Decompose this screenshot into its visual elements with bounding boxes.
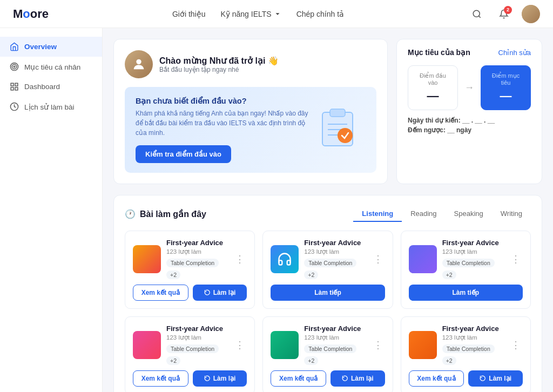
exercise-info-3: First-year Advice 123 lượt làm Table Com… — [442, 239, 503, 279]
exercise-info-2: First-year Advice 123 lượt làm Table Com… — [304, 239, 365, 279]
exercise-title-5: First-year Advice — [304, 325, 365, 333]
tab-reading[interactable]: Reading — [402, 206, 445, 222]
exercise-title-2: First-year Advice — [304, 239, 365, 247]
countdown-label: Đếm ngược: — [408, 126, 446, 134]
svg-point-9 — [136, 59, 141, 64]
btn-redo-5[interactable]: Làm lại — [331, 370, 385, 387]
exercise-tag-5: Table Completion — [304, 344, 356, 353]
countdown-value: __ ngày — [447, 126, 471, 134]
exercise-card-6: First-year Advice 123 lượt làm Table Com… — [401, 316, 531, 392]
btn-view-result-1[interactable]: Xem kết quả — [133, 285, 188, 301]
search-button[interactable] — [468, 5, 486, 23]
score-arrow: → — [464, 82, 474, 93]
exercise-card-3: First-year Advice 123 lượt làm Table Com… — [401, 231, 531, 309]
notification-badge: 2 — [504, 6, 512, 14]
entry-score-box: Điểm đầu vào — — [408, 65, 458, 110]
nav-about[interactable]: Giới thiệu — [172, 10, 206, 18]
exam-date-label: Ngày thi dự kiến: — [408, 117, 461, 124]
exercise-actions-4: Xem kết quả Làm lại — [133, 370, 247, 387]
exercise-title-6: First-year Advice — [442, 325, 503, 333]
exercise-more-5[interactable]: ⋮ — [371, 339, 385, 351]
svg-rect-11 — [330, 109, 345, 117]
exercise-actions-3: Làm tiếp — [409, 285, 523, 301]
exercise-more-2[interactable]: ⋮ — [371, 253, 385, 265]
sidebar-item-goals[interactable]: Mục tiêu cá nhân — [0, 57, 102, 77]
exercise-actions-5: Xem kết quả Làm lại — [271, 370, 385, 387]
logo[interactable]: Moore — [13, 7, 49, 21]
svg-rect-5 — [15, 83, 18, 86]
recent-title: 🕐 Bài làm gần đây — [125, 209, 206, 219]
nav-dictation[interactable]: Chép chính tả — [296, 10, 344, 18]
main-nav: Giới thiệu Kỹ năng IELTS Chép chính tả — [172, 10, 344, 18]
btn-continue-2[interactable]: Làm tiếp — [271, 285, 385, 301]
greeting-main: Chào mừng Như đã trở lại 👋 — [159, 56, 279, 66]
exam-date-value: __ . __ . __ — [462, 117, 495, 124]
exercise-thumb-6 — [409, 331, 437, 359]
notification-button[interactable]: 2 — [495, 5, 513, 23]
tab-speaking[interactable]: Speaking — [446, 206, 492, 222]
exercise-tags-2: Table Completion +2 — [304, 259, 365, 279]
tab-writing[interactable]: Writing — [492, 206, 531, 222]
svg-point-15 — [338, 128, 353, 143]
exercise-tag-6: Table Completion — [442, 344, 495, 353]
cta-banner: Bạn chưa biết điểm đầu vào? Khám phá khả… — [125, 87, 376, 173]
tab-listening[interactable]: Listening — [353, 206, 402, 222]
exercise-thumb-4 — [133, 331, 161, 359]
exercise-subtitle-3: 123 lượt làm — [442, 248, 503, 255]
exercise-card-5: First-year Advice 123 lượt làm Table Com… — [262, 316, 393, 392]
svg-rect-4 — [11, 83, 14, 86]
exercise-title-1: First-year Advice — [166, 239, 227, 247]
exercise-more-1[interactable]: ⋮ — [233, 253, 247, 265]
user-avatar[interactable] — [522, 5, 540, 23]
entry-score-label: Điểm đầu vào — [415, 72, 451, 86]
exercise-info-4: First-year Advice 123 lượt làm Table Com… — [166, 325, 227, 365]
btn-view-result-6[interactable]: Xem kết quả — [409, 370, 464, 387]
exercise-title-3: First-year Advice — [442, 239, 503, 247]
exercise-info-1: First-year Advice 123 lượt làm Table Com… — [166, 239, 227, 279]
nav-skills[interactable]: Kỹ năng IELTS — [221, 10, 281, 18]
exercise-more-6[interactable]: ⋮ — [509, 339, 523, 351]
goal-header: Mục tiêu của bạn Chỉnh sửa — [408, 48, 531, 57]
sidebar-item-history[interactable]: Lịch sử làm bài — [0, 97, 102, 117]
btn-view-result-5[interactable]: Xem kết quả — [271, 370, 326, 387]
exercise-more-3[interactable]: ⋮ — [509, 253, 523, 265]
goal-scores: Điểm đầu vào — → Điểm mục tiêu — — [408, 65, 531, 110]
goal-card: Mục tiêu của bạn Chỉnh sửa Điểm đầu vào … — [396, 39, 542, 184]
exercise-card-4: First-year Advice 123 lượt làm Table Com… — [125, 316, 255, 392]
cta-button[interactable]: Kiểm tra điểm đầu vào — [136, 145, 231, 163]
btn-redo-6[interactable]: Làm lại — [468, 370, 523, 387]
exercise-card-1: First-year Advice 123 lượt làm Table Com… — [125, 231, 255, 309]
exercise-tags-3: Table Completion +2 — [442, 259, 503, 279]
recent-header: 🕐 Bài làm gần đây Listening Reading Spea… — [125, 206, 531, 222]
greeting-sub: Bắt đầu luyện tập ngay nhé — [159, 66, 279, 73]
exercise-tag-1: Table Completion — [166, 259, 219, 267]
target-score-value: — — [488, 89, 524, 103]
exercise-card-5-header: First-year Advice 123 lượt làm Table Com… — [271, 325, 385, 365]
btn-redo-4[interactable]: Làm lại — [193, 370, 247, 387]
svg-point-3 — [14, 66, 15, 67]
btn-continue-3[interactable]: Làm tiếp — [409, 285, 523, 301]
cta-illustration — [317, 106, 366, 154]
btn-redo-1[interactable]: Làm lại — [193, 285, 247, 301]
sidebar-item-dashboard[interactable]: Dashboard — [0, 77, 102, 97]
exercise-more-4[interactable]: ⋮ — [233, 339, 247, 351]
recent-tabs: Listening Reading Speaking Writing — [353, 206, 531, 222]
user-welcome-avatar — [125, 50, 153, 78]
welcome-section: Chào mừng Như đã trở lại 👋 Bắt đầu luyện… — [113, 39, 388, 184]
cta-desc: Khám phá khả năng tiếng Anh của bạn ngay… — [136, 109, 308, 138]
svg-rect-7 — [11, 87, 14, 90]
exercise-thumb-2 — [271, 245, 299, 273]
btn-view-result-4[interactable]: Xem kết quả — [133, 370, 188, 387]
sidebar-item-overview[interactable]: Overview — [0, 37, 102, 57]
exercise-tags-1: Table Completion +2 — [166, 259, 227, 279]
exercise-tags-4: Table Completion +2 — [166, 344, 227, 365]
exercise-card-4-header: First-year Advice 123 lượt làm Table Com… — [133, 325, 247, 365]
exercise-tags-5: Table Completion +2 — [304, 344, 365, 365]
exercise-card-2-header: First-year Advice 123 lượt làm Table Com… — [271, 239, 385, 279]
layout: Overview Mục tiêu cá nhân Dashboard Lịch… — [0, 28, 553, 392]
exercise-tag-3: Table Completion — [442, 259, 495, 267]
svg-point-0 — [473, 10, 480, 17]
exercise-info-6: First-year Advice 123 lượt làm Table Com… — [442, 325, 503, 365]
goal-edit-link[interactable]: Chỉnh sửa — [498, 49, 531, 57]
exercise-actions-2: Làm tiếp — [271, 285, 385, 301]
